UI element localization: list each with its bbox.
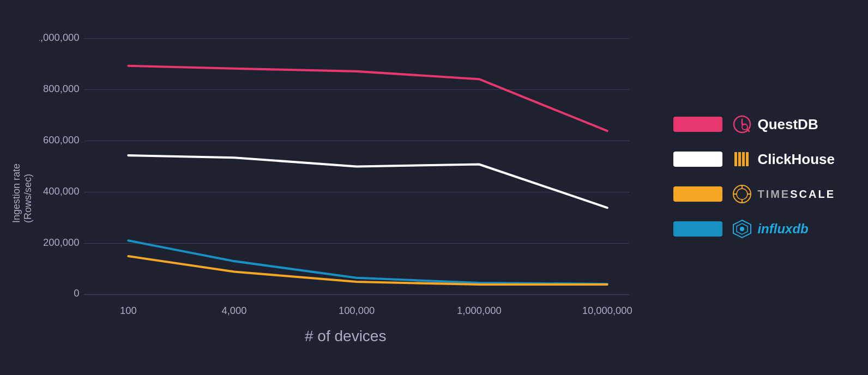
timescale-icon: [732, 184, 752, 204]
legend: QuestDB ClickHouse: [652, 22, 857, 342]
legend-item-clickhouse: ClickHouse: [673, 149, 835, 169]
y-axis-label: Ingestion rate(Rows/sec): [11, 22, 34, 342]
svg-text:800,000: 800,000: [43, 83, 79, 94]
legend-logo-timescale: TIMESCALE: [732, 184, 835, 204]
chart-area: Ingestion rate(Rows/sec) 1,000,000: [0, 0, 868, 375]
svg-rect-20: [734, 152, 737, 166]
chart-svg: 1,000,000 800,000 600,000 400,000 200,00…: [39, 22, 652, 322]
questdb-icon: [732, 114, 752, 134]
questdb-label: QuestDB: [757, 116, 818, 133]
influxdb-icon: [732, 219, 752, 239]
legend-item-questdb: QuestDB: [673, 114, 835, 134]
timescale-label: TIMESCALE: [757, 188, 835, 201]
legend-item-timescale: TIMESCALE: [673, 184, 835, 204]
svg-text:1,000,000: 1,000,000: [39, 32, 80, 43]
legend-item-influxdb: influxdb: [673, 219, 835, 239]
svg-text:10,000,000: 10,000,000: [582, 305, 632, 316]
legend-color-influxdb: [673, 221, 722, 237]
legend-color-timescale: [673, 186, 722, 202]
chart-container: Ingestion rate(Rows/sec) 1,000,000: [0, 0, 868, 375]
legend-color-clickhouse: [673, 152, 722, 167]
svg-text:100: 100: [120, 305, 137, 316]
x-axis-label: # of devices: [39, 328, 652, 350]
legend-logo-questdb: QuestDB: [732, 114, 818, 134]
svg-text:0: 0: [74, 288, 79, 299]
clickhouse-label: ClickHouse: [757, 151, 835, 168]
svg-text:200,000: 200,000: [43, 237, 79, 248]
svg-rect-22: [742, 152, 745, 166]
svg-point-32: [740, 227, 744, 231]
svg-text:100,000: 100,000: [339, 305, 375, 316]
legend-logo-influxdb: influxdb: [732, 219, 808, 239]
chart-main: 1,000,000 800,000 600,000 400,000 200,00…: [39, 22, 652, 342]
svg-rect-23: [746, 152, 749, 166]
svg-point-25: [737, 189, 748, 199]
svg-text:1,000,000: 1,000,000: [457, 305, 502, 316]
influxdb-label: influxdb: [757, 221, 808, 237]
clickhouse-icon: [732, 149, 752, 169]
legend-color-questdb: [673, 117, 722, 132]
chart-svg-wrapper: 1,000,000 800,000 600,000 400,000 200,00…: [39, 22, 652, 322]
svg-text:600,000: 600,000: [43, 134, 79, 146]
legend-logo-clickhouse: ClickHouse: [732, 149, 835, 169]
svg-text:4,000: 4,000: [221, 305, 246, 316]
svg-rect-21: [738, 152, 741, 166]
svg-text:400,000: 400,000: [43, 185, 79, 197]
